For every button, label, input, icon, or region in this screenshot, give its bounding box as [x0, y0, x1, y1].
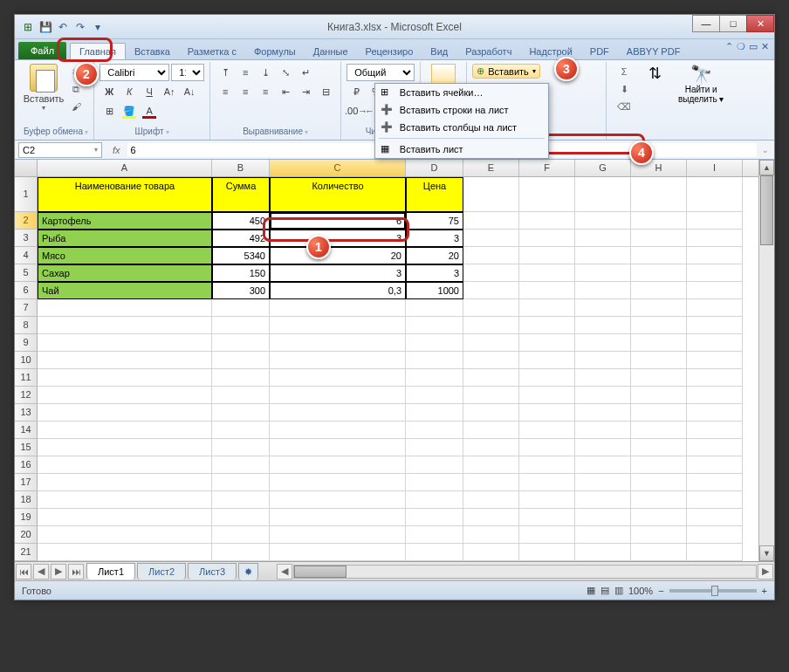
cell-H17[interactable]	[631, 474, 687, 491]
cell-C11[interactable]	[270, 369, 406, 387]
tab-developer[interactable]: Разработч	[456, 44, 520, 59]
expand-formula-icon[interactable]: ⌄	[757, 146, 774, 154]
qat-more-icon[interactable]: ▾	[90, 19, 106, 35]
cell-D21[interactable]	[406, 544, 463, 561]
cell-E13[interactable]	[463, 404, 519, 422]
help-icon[interactable]: ❍	[737, 41, 745, 52]
cell-F1[interactable]	[519, 177, 575, 212]
cell-G4[interactable]	[575, 247, 631, 264]
new-sheet-button[interactable]: ✸	[238, 563, 258, 580]
cell-B16[interactable]	[212, 456, 270, 474]
cell-D13[interactable]	[406, 404, 463, 422]
wrap-text-button[interactable]: ↵	[296, 64, 315, 81]
cell-F5[interactable]	[519, 264, 575, 282]
zoom-out-button[interactable]: −	[658, 586, 663, 596]
cell-G20[interactable]	[575, 526, 631, 544]
cell-H9[interactable]	[631, 334, 687, 352]
cell-E3[interactable]	[463, 230, 519, 247]
align-right-button[interactable]: ≡	[256, 83, 275, 100]
cell-A1[interactable]: Наименование товара	[38, 177, 212, 212]
sort-filter-button[interactable]: ⇅	[640, 64, 669, 83]
scroll-down-button[interactable]: ▼	[759, 545, 774, 561]
cell-H21[interactable]	[631, 544, 687, 561]
tab-formulas[interactable]: Формулы	[245, 44, 305, 59]
restore-workbook-icon[interactable]: ▭	[749, 41, 758, 52]
vertical-scrollbar[interactable]: ▲ ▼	[758, 160, 774, 561]
maximize-button[interactable]: □	[719, 15, 747, 32]
cell-D12[interactable]	[406, 387, 463, 404]
cell-A7[interactable]	[38, 299, 212, 317]
row-header[interactable]: 21	[15, 544, 38, 561]
cell-D15[interactable]	[406, 439, 463, 456]
cell-B9[interactable]	[212, 334, 270, 352]
cell-I2[interactable]	[687, 212, 743, 230]
cell-B15[interactable]	[212, 439, 270, 456]
col-header-B[interactable]: B	[212, 160, 270, 176]
increase-indent-button[interactable]: ⇥	[296, 83, 315, 100]
align-bottom-button[interactable]: ⤓	[256, 64, 275, 81]
cell-A2[interactable]: Картофель	[38, 212, 212, 230]
col-header-D[interactable]: D	[406, 160, 463, 176]
cell-G1[interactable]	[575, 177, 631, 212]
row-header[interactable]: 7	[15, 299, 38, 317]
cell-A4[interactable]: Мясо	[38, 247, 212, 264]
tab-insert[interactable]: Вставка	[126, 44, 179, 59]
tab-home[interactable]: Главная	[70, 43, 126, 59]
cell-F21[interactable]	[519, 544, 575, 561]
paste-button[interactable]: Вставить ▾	[24, 64, 64, 114]
row-header[interactable]: 5	[15, 264, 38, 282]
cell-A14[interactable]	[38, 422, 212, 439]
cell-G14[interactable]	[575, 422, 631, 439]
row-header[interactable]: 6	[15, 282, 38, 299]
cell-D7[interactable]	[406, 299, 463, 317]
row-header[interactable]: 9	[15, 334, 38, 352]
minimize-button[interactable]: —	[692, 15, 720, 32]
cell-D3[interactable]: 3	[406, 230, 463, 247]
insert-cols-item[interactable]: ➕ Вставить столбцы на лист	[375, 119, 548, 136]
cell-B17[interactable]	[212, 474, 270, 491]
find-select-button[interactable]: 🔭 Найти ивыделить ▾	[676, 64, 725, 104]
decrease-indent-button[interactable]: ⇤	[276, 83, 295, 100]
cell-D17[interactable]	[406, 474, 463, 491]
row-header[interactable]: 1	[15, 177, 38, 212]
cell-H4[interactable]	[631, 247, 687, 264]
zoom-level[interactable]: 100%	[628, 586, 653, 596]
insert-cells-item[interactable]: ⊞ Вставить ячейки…	[375, 84, 548, 101]
cell-B8[interactable]	[212, 317, 270, 334]
cell-G17[interactable]	[575, 474, 631, 491]
cell-F10[interactable]	[519, 352, 575, 369]
cell-F7[interactable]	[519, 299, 575, 317]
align-top-button[interactable]: ⤒	[216, 64, 235, 81]
cell-E6[interactable]	[463, 282, 519, 299]
cell-C12[interactable]	[270, 387, 406, 404]
cell-E16[interactable]	[463, 456, 519, 474]
prev-sheet-button[interactable]: ◀	[33, 564, 49, 579]
cell-C6[interactable]: 0,3	[270, 282, 406, 299]
cell-E21[interactable]	[463, 544, 519, 561]
cell-C1[interactable]: Количество	[270, 177, 406, 212]
row-header[interactable]: 8	[15, 317, 38, 334]
cell-B21[interactable]	[212, 544, 270, 561]
tab-view[interactable]: Вид	[422, 44, 456, 59]
cell-A20[interactable]	[38, 526, 212, 544]
cell-D20[interactable]	[406, 526, 463, 544]
cell-I15[interactable]	[687, 439, 743, 456]
vscroll-thumb[interactable]	[760, 175, 773, 245]
currency-button[interactable]: ₽	[346, 83, 366, 100]
font-size-select[interactable]: 11	[171, 64, 204, 81]
orientation-button[interactable]: ⤡	[276, 64, 295, 81]
cell-A15[interactable]	[38, 439, 212, 456]
cell-G7[interactable]	[575, 299, 631, 317]
cell-B20[interactable]	[212, 526, 270, 544]
cell-H7[interactable]	[631, 299, 687, 317]
cell-C14[interactable]	[270, 422, 406, 439]
redo-icon[interactable]: ↷	[72, 19, 88, 35]
cell-C20[interactable]	[270, 526, 406, 544]
row-header[interactable]: 20	[15, 526, 38, 544]
cell-D1[interactable]: Цена	[406, 177, 463, 212]
cell-E18[interactable]	[463, 491, 519, 509]
cell-E17[interactable]	[463, 474, 519, 491]
italic-button[interactable]: К	[120, 83, 139, 100]
cell-G11[interactable]	[575, 369, 631, 387]
cell-E9[interactable]	[463, 334, 519, 352]
